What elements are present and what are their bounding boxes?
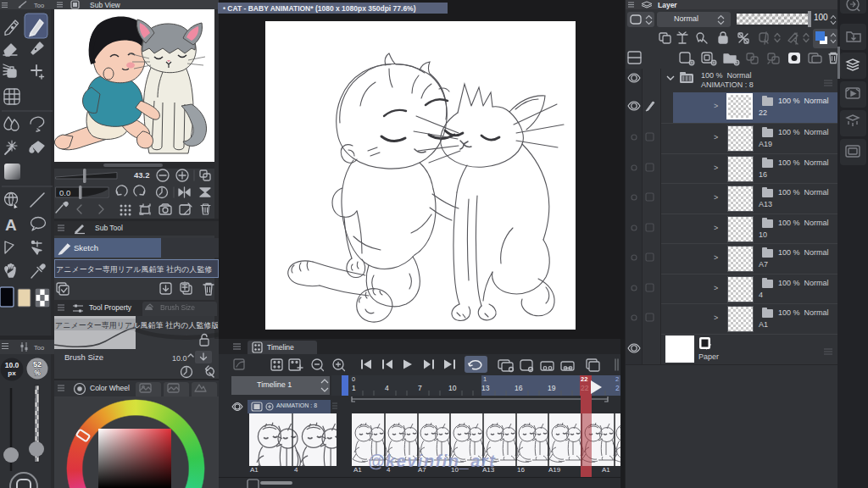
svg-text:52: 52 — [33, 360, 42, 369]
svg-text:Too: Too — [34, 344, 44, 352]
svg-text:10.0: 10.0 — [5, 361, 19, 369]
svg-text:A: A — [5, 216, 17, 234]
svg-text:%: % — [34, 369, 41, 377]
svg-text:Too: Too — [34, 2, 44, 9]
svg-text:px: px — [8, 369, 16, 377]
